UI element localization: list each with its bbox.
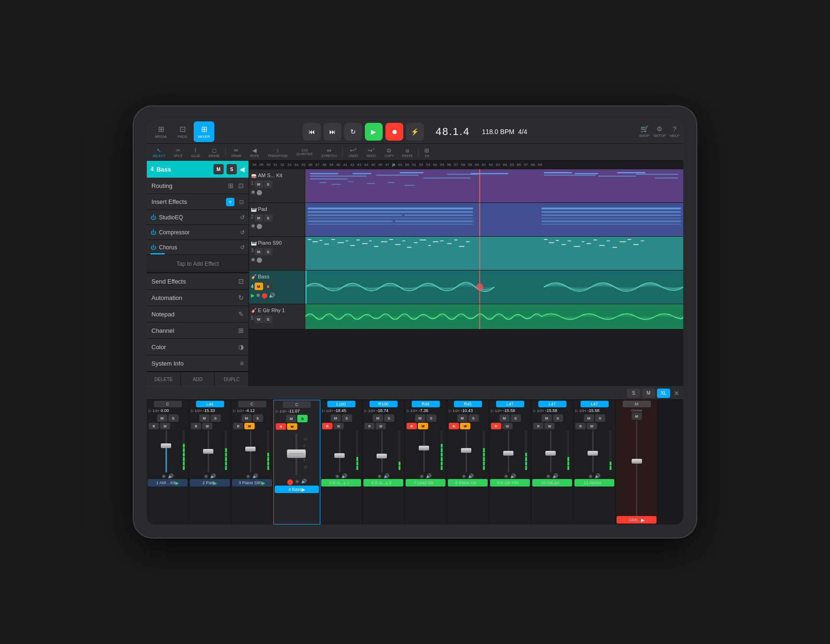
- help-button[interactable]: ? HELP: [670, 125, 679, 138]
- ch11-w[interactable]: W: [587, 423, 597, 429]
- mixer-size-xl[interactable]: XL: [657, 389, 670, 398]
- ch3-eq-icon[interactable]: ◉: [246, 473, 250, 479]
- mixer-size-m[interactable]: M: [642, 389, 655, 398]
- undo-tool[interactable]: ↩° UNDO: [345, 146, 362, 158]
- ch8-solo[interactable]: S: [468, 414, 479, 422]
- ch7-name[interactable]: 7 Lead Gtr ▶: [406, 479, 445, 487]
- ch6-fader[interactable]: [366, 430, 397, 472]
- global-fader[interactable]: [619, 421, 654, 516]
- glue-tool[interactable]: ⌇ GLUE: [188, 146, 204, 158]
- ch9-mute[interactable]: M: [499, 414, 510, 422]
- mute-tool[interactable]: ◀ MUTE: [246, 146, 263, 158]
- track-lane-pad[interactable]: [305, 203, 683, 236]
- loop-button[interactable]: ↻: [344, 123, 362, 141]
- ch6-r[interactable]: R: [364, 423, 375, 429]
- tap-add-effect-btn[interactable]: Tap to Add Effect: [147, 255, 249, 273]
- ch10-w[interactable]: W: [544, 423, 555, 429]
- erase-tool[interactable]: ◻ ERASE: [205, 146, 224, 158]
- ch4-mute[interactable]: M: [286, 415, 296, 422]
- color-row[interactable]: Color ◑: [147, 339, 249, 355]
- ch9-fader[interactable]: [493, 430, 524, 472]
- track-mute-btn[interactable]: M: [213, 164, 224, 174]
- ch10-solo[interactable]: S: [553, 414, 563, 422]
- time-position[interactable]: 48.1.4: [430, 126, 476, 138]
- split-tool[interactable]: ✂ SPLIT: [170, 146, 186, 158]
- transpose-tool[interactable]: ↕ TRANSPOSE: [264, 146, 291, 158]
- automation-row[interactable]: Automation ↻: [147, 290, 249, 306]
- ch7-solo[interactable]: S: [426, 414, 437, 422]
- gtr-mute[interactable]: M: [255, 315, 263, 323]
- ch4-r[interactable]: R: [276, 423, 286, 430]
- ch2-solo[interactable]: S: [211, 414, 221, 422]
- ch5-mute[interactable]: M: [331, 414, 341, 422]
- send-effects-row[interactable]: Send Effects ⊡: [147, 273, 249, 289]
- gtr-solo[interactable]: S: [264, 315, 272, 323]
- ch8-r[interactable]: R: [449, 423, 459, 429]
- record-button[interactable]: ⏺: [385, 123, 403, 141]
- ch11-solo[interactable]: S: [595, 414, 605, 422]
- ch6-w[interactable]: W: [376, 423, 386, 429]
- channel-row[interactable]: Channel ⊞: [147, 322, 249, 338]
- ch10-eq-icon[interactable]: ◉: [546, 473, 551, 479]
- bass-solo[interactable]: S: [264, 283, 272, 290]
- ch10-fader[interactable]: [535, 430, 566, 472]
- grid-tool[interactable]: ⊞ 1/4: [421, 146, 433, 158]
- piano-solo[interactable]: S: [264, 248, 272, 255]
- ch9-r[interactable]: R: [491, 423, 501, 429]
- ch1-r[interactable]: R: [149, 423, 159, 429]
- ch7-fx-icon[interactable]: 🔊: [426, 473, 431, 479]
- ch5-pan[interactable]: L100: [327, 401, 355, 407]
- compressor-edit-btn[interactable]: ↺: [240, 229, 245, 236]
- ch2-eq-icon[interactable]: ◉: [204, 473, 208, 479]
- ch4-fader[interactable]: 12 6 0 6 12: [278, 431, 315, 478]
- ch8-fx-icon[interactable]: 🔊: [468, 473, 474, 479]
- ch5-eq-icon[interactable]: ◉: [335, 473, 340, 479]
- duplicate-button[interactable]: DUPLC: [215, 372, 249, 386]
- add-insert-effect-btn[interactable]: +: [226, 198, 234, 206]
- ch8-name[interactable]: 8 Ebow Gtr ▶: [448, 479, 488, 487]
- track-solo-btn[interactable]: S: [226, 164, 237, 174]
- track-lane-gtr[interactable]: [305, 304, 683, 329]
- ch2-fader[interactable]: [193, 430, 224, 472]
- ch6-name[interactable]: 6 E G...y 2 ▶: [363, 479, 403, 487]
- select-tool[interactable]: ↖ SELECT: [149, 146, 169, 158]
- ch11-fx-icon[interactable]: 🔊: [595, 473, 600, 479]
- paste-tool[interactable]: ⧆ PASTE: [399, 146, 416, 158]
- ch10-fx-icon[interactable]: 🔊: [552, 473, 558, 479]
- ch6-eq-icon[interactable]: ◉: [377, 473, 382, 479]
- track-lane-piano[interactable]: [305, 237, 683, 270]
- mixer-button[interactable]: ⊞ MIXER: [194, 121, 214, 142]
- ch5-fader[interactable]: [324, 430, 355, 472]
- ch9-eq-icon[interactable]: ◉: [504, 473, 508, 479]
- track-expand-arrow[interactable]: ◀: [240, 165, 245, 173]
- ch3-fader[interactable]: [235, 430, 266, 472]
- ch6-mute[interactable]: M: [373, 414, 383, 422]
- ch2-w[interactable]: W: [202, 423, 212, 429]
- studioeq-edit-btn[interactable]: ↺: [240, 214, 245, 221]
- ch8-eq-icon[interactable]: ◉: [462, 473, 466, 479]
- global-pan[interactable]: M: [623, 401, 651, 407]
- ch1-mute[interactable]: M: [157, 414, 167, 422]
- chorus-power-btn[interactable]: ⏻: [151, 244, 156, 251]
- ch3-name[interactable]: 3 Piano S90 ▶: [232, 479, 272, 487]
- system-info-row[interactable]: System Info ≡: [147, 355, 249, 371]
- ch5-fx-icon[interactable]: 🔊: [341, 473, 347, 479]
- ch10-mute[interactable]: M: [542, 414, 552, 422]
- ch4-name[interactable]: 4 Bass ▶: [275, 486, 319, 493]
- ch9-solo[interactable]: S: [511, 414, 521, 422]
- compressor-power-btn[interactable]: ⏻: [151, 229, 156, 236]
- ch9-pan[interactable]: L47: [496, 401, 524, 407]
- ch1-w[interactable]: W: [160, 423, 170, 429]
- ch2-name[interactable]: 2 Pad ▶: [190, 479, 230, 487]
- ch7-w[interactable]: W: [418, 423, 428, 429]
- ch9-name[interactable]: 9 E Gtr Fills ▶: [490, 479, 530, 487]
- ch2-pan[interactable]: L44: [196, 401, 224, 407]
- ch1-fx-icon[interactable]: 🔊: [168, 473, 174, 479]
- ch6-solo[interactable]: S: [384, 414, 394, 422]
- ch1-pan[interactable]: C: [154, 401, 182, 407]
- draw-tool[interactable]: ✏ DRAW: [227, 146, 245, 158]
- ch3-r[interactable]: R: [233, 423, 243, 429]
- ch7-mute[interactable]: M: [415, 414, 425, 422]
- drums-solo[interactable]: S: [264, 180, 272, 188]
- mixer-size-s[interactable]: S: [627, 389, 640, 398]
